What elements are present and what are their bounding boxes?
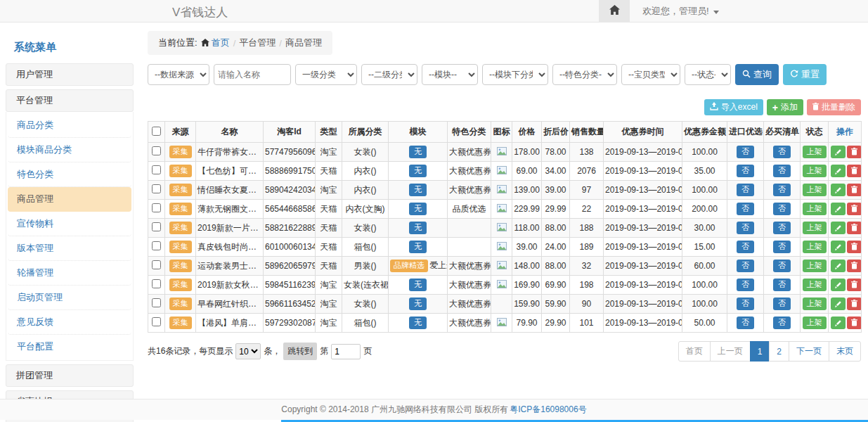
module-badge[interactable]: 无	[409, 279, 427, 290]
must-buy-toggle-badge[interactable]: 否	[773, 279, 791, 290]
filter-select[interactable]: 一级分类	[295, 64, 357, 85]
delete-button[interactable]	[847, 165, 862, 177]
sidebar-item[interactable]: 版本管理	[8, 236, 131, 261]
delete-button[interactable]	[847, 241, 862, 253]
must-buy-toggle-badge[interactable]: 否	[773, 260, 791, 271]
delete-button[interactable]	[847, 298, 862, 310]
name-search-input[interactable]	[214, 64, 291, 85]
status-badge[interactable]: 上架	[803, 260, 827, 271]
filter-select[interactable]: --模块--	[422, 64, 478, 85]
import-toggle-badge[interactable]: 否	[737, 165, 754, 177]
must-buy-toggle-badge[interactable]: 否	[773, 316, 791, 328]
delete-button[interactable]	[847, 146, 862, 158]
breadcrumb-home-link[interactable]: 首页	[201, 37, 230, 49]
must-buy-toggle-badge[interactable]: 否	[773, 184, 791, 196]
status-badge[interactable]: 上架	[803, 203, 827, 215]
edit-button[interactable]	[831, 279, 846, 291]
add-button[interactable]: + 添加	[767, 99, 803, 115]
user-menu[interactable]: 欢迎您，管理员!	[642, 5, 719, 18]
page-button[interactable]: 末页	[829, 341, 861, 362]
must-buy-toggle-badge[interactable]: 否	[773, 203, 791, 215]
sidebar-item[interactable]: 特色分类	[8, 162, 131, 187]
reset-button[interactable]: 重置	[783, 64, 827, 85]
module-badge[interactable]: 无	[409, 165, 427, 177]
sidebar-item[interactable]: 宣传物料	[8, 212, 131, 236]
status-badge[interactable]: 上架	[803, 165, 827, 177]
row-checkbox[interactable]	[152, 317, 161, 326]
import-toggle-badge[interactable]: 否	[737, 241, 754, 252]
filter-select[interactable]: --二级分类--	[361, 64, 417, 85]
row-checkbox[interactable]	[152, 146, 161, 155]
import-toggle-badge[interactable]: 否	[737, 279, 754, 290]
status-badge[interactable]: 上架	[803, 184, 827, 196]
must-buy-toggle-badge[interactable]: 否	[773, 241, 791, 252]
must-buy-toggle-badge[interactable]: 否	[773, 165, 791, 177]
must-buy-toggle-badge[interactable]: 否	[773, 222, 791, 234]
sidebar-item[interactable]: 意见反馈	[8, 310, 131, 335]
filter-select[interactable]: --数据来源--	[148, 64, 209, 85]
edit-button[interactable]	[831, 165, 846, 177]
edit-button[interactable]	[831, 146, 846, 158]
page-button[interactable]: 2	[769, 341, 789, 362]
sidebar-item[interactable]: 启动页管理	[8, 286, 131, 310]
module-badge[interactable]: 无	[409, 146, 427, 158]
home-button[interactable]	[599, 0, 630, 22]
delete-button[interactable]	[847, 184, 862, 196]
page-button[interactable]: 首页	[678, 341, 711, 362]
delete-button[interactable]	[847, 222, 862, 234]
edit-button[interactable]	[831, 260, 846, 272]
module-badge[interactable]: 无	[409, 203, 427, 215]
status-badge[interactable]: 上架	[803, 241, 827, 252]
page-size-select[interactable]: 10	[235, 343, 261, 359]
icp-link[interactable]: 粤ICP备16098006号	[510, 404, 586, 416]
row-checkbox[interactable]	[152, 222, 161, 231]
module-badge[interactable]: 无	[409, 222, 427, 234]
sidebar-item[interactable]: 商品管理	[8, 187, 131, 212]
sidebar-item[interactable]: 模块商品分类	[8, 138, 131, 162]
sidebar-section-header[interactable]: 用户管理	[6, 63, 134, 86]
batch-delete-button[interactable]: 批量删除	[807, 99, 861, 115]
row-checkbox[interactable]	[152, 184, 161, 193]
row-checkbox[interactable]	[152, 260, 161, 269]
sidebar-item[interactable]: 轮播管理	[8, 261, 131, 286]
sidebar-section-header[interactable]: 拼团管理	[6, 364, 134, 387]
page-button[interactable]: 1	[750, 341, 770, 362]
import-toggle-badge[interactable]: 否	[737, 146, 754, 158]
row-checkbox[interactable]	[152, 298, 161, 307]
sidebar-item[interactable]: 商品分类	[8, 113, 131, 138]
row-checkbox[interactable]	[152, 203, 161, 212]
filter-select[interactable]: --模块下分类--	[482, 64, 548, 85]
status-badge[interactable]: 上架	[803, 222, 827, 234]
module-badge[interactable]: 无	[409, 316, 427, 328]
delete-button[interactable]	[847, 203, 862, 215]
row-checkbox[interactable]	[152, 241, 161, 250]
module-badge[interactable]: 品牌精选	[390, 260, 428, 271]
delete-button[interactable]	[847, 316, 862, 329]
status-badge[interactable]: 上架	[803, 316, 827, 328]
module-badge[interactable]: 无	[409, 241, 427, 252]
module-badge[interactable]: 无	[409, 298, 427, 309]
import-toggle-badge[interactable]: 否	[737, 203, 754, 215]
sidebar-section-header[interactable]: 平台管理	[6, 89, 134, 112]
must-buy-toggle-badge[interactable]: 否	[773, 146, 791, 158]
import-excel-button[interactable]: 导入excel	[704, 99, 763, 115]
status-badge[interactable]: 上架	[803, 298, 827, 309]
search-button[interactable]: 查询	[735, 64, 779, 85]
status-badge[interactable]: 上架	[803, 279, 827, 290]
import-toggle-badge[interactable]: 否	[737, 260, 754, 271]
row-checkbox[interactable]	[152, 279, 161, 288]
filter-select[interactable]: --宝贝类型--	[621, 64, 680, 85]
module-badge[interactable]: 无	[409, 184, 427, 196]
must-buy-toggle-badge[interactable]: 否	[773, 298, 791, 309]
filter-select[interactable]: --特色分类--	[552, 64, 617, 85]
edit-button[interactable]	[831, 241, 846, 253]
page-button[interactable]: 上一页	[710, 341, 751, 362]
edit-button[interactable]	[831, 203, 846, 215]
import-toggle-badge[interactable]: 否	[737, 316, 754, 328]
jump-page-input[interactable]	[331, 344, 361, 359]
select-all-checkbox[interactable]	[152, 127, 161, 136]
jump-button[interactable]: 跳转到	[283, 343, 317, 360]
edit-button[interactable]	[831, 316, 846, 329]
import-toggle-badge[interactable]: 否	[737, 222, 754, 234]
edit-button[interactable]	[831, 222, 846, 234]
